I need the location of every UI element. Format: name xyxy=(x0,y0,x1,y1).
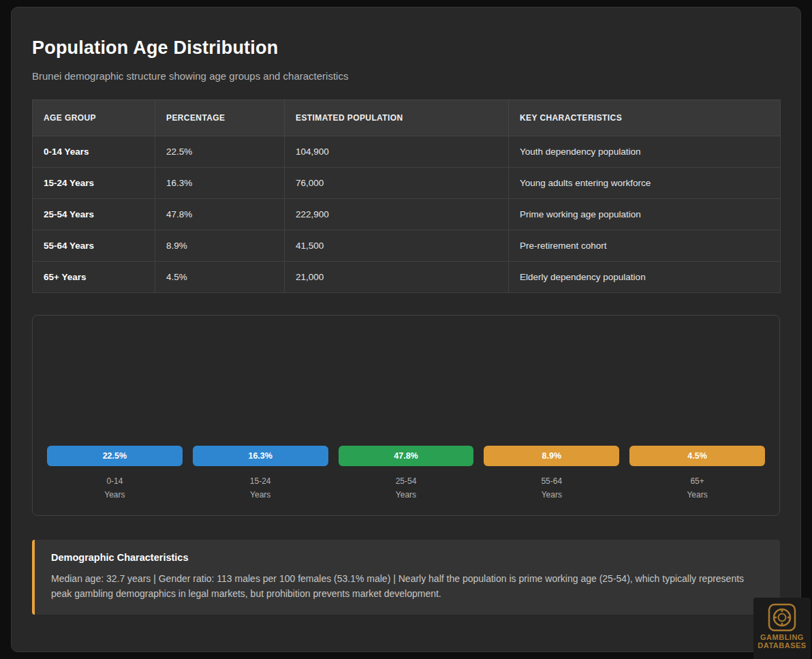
bar-category-label: 25-54 Years xyxy=(339,474,474,502)
chart-bar-group: 8.9% 55-64 Years xyxy=(484,446,619,502)
bar-value-label: 47.8% xyxy=(394,451,418,461)
bar-value-label: 16.3% xyxy=(248,451,272,461)
bar-category-label: 65+ Years xyxy=(629,474,765,502)
chart-bar: 4.5% xyxy=(629,446,765,466)
bar-category-range: 0-14 xyxy=(47,474,183,488)
callout-text: Median age: 32.7 years | Gender ratio: 1… xyxy=(51,571,764,601)
age-distribution-table: AGE GROUP PERCENTAGE ESTIMATED POPULATIO… xyxy=(32,99,781,293)
chart-bar: 8.9% xyxy=(484,446,619,466)
page-title: Population Age Distribution xyxy=(32,37,780,59)
chart-bar: 22.5% xyxy=(47,446,183,466)
cell-population: 104,900 xyxy=(285,136,509,168)
column-header-characteristics: KEY CHARACTERISTICS xyxy=(509,100,781,136)
table-row: 55-64 Years 8.9% 41,500 Pre-retirement c… xyxy=(33,230,781,262)
cell-population: 41,500 xyxy=(285,230,509,262)
chart-bar-group: 22.5% 0-14 Years xyxy=(47,446,183,502)
chart-bar-group: 4.5% 65+ Years xyxy=(629,446,765,502)
cell-percentage: 16.3% xyxy=(155,168,285,199)
gambling-databases-watermark: GAMBLING DATABASES xyxy=(753,598,811,659)
poker-chip-icon xyxy=(767,602,797,632)
watermark-line1: GAMBLING xyxy=(758,633,806,641)
cell-population: 76,000 xyxy=(285,168,509,199)
bar-category-range: 65+ xyxy=(629,474,765,488)
bar-category-unit: Years xyxy=(339,488,474,502)
chart-bar: 47.8% xyxy=(339,446,474,466)
bar-category-range: 55-64 xyxy=(484,474,619,488)
cell-age-group: 55-64 Years xyxy=(33,230,155,262)
chart-bar-group: 47.8% 25-54 Years xyxy=(339,446,474,502)
report-card: Population Age Distribution Brunei demog… xyxy=(11,7,801,652)
bar-category-label: 55-64 Years xyxy=(484,474,619,502)
demographics-callout: Demographic Characteristics Median age: … xyxy=(32,540,780,615)
table-row: 15-24 Years 16.3% 76,000 Young adults en… xyxy=(33,168,781,199)
cell-percentage: 47.8% xyxy=(155,199,285,230)
callout-title: Demographic Characteristics xyxy=(51,552,764,563)
cell-characteristics: Prime working age population xyxy=(509,199,781,230)
cell-age-group: 15-24 Years xyxy=(33,168,155,199)
watermark-line2: DATABASES xyxy=(758,641,806,649)
cell-percentage: 4.5% xyxy=(155,262,285,293)
bar-category-label: 0-14 Years xyxy=(47,474,183,502)
column-header-age-group: AGE GROUP xyxy=(33,100,155,136)
page-subtitle: Brunei demographic structure showing age… xyxy=(32,70,780,82)
table-header-row: AGE GROUP PERCENTAGE ESTIMATED POPULATIO… xyxy=(33,100,781,136)
bar-category-unit: Years xyxy=(193,488,328,502)
table-row: 0-14 Years 22.5% 104,900 Youth dependenc… xyxy=(33,136,781,168)
bar-value-label: 4.5% xyxy=(687,451,707,461)
cell-percentage: 8.9% xyxy=(155,230,285,262)
bar-category-unit: Years xyxy=(47,488,183,502)
column-header-population: ESTIMATED POPULATION xyxy=(285,100,509,136)
cell-population: 21,000 xyxy=(285,262,509,293)
cell-age-group: 65+ Years xyxy=(33,262,155,293)
cell-age-group: 25-54 Years xyxy=(33,199,155,230)
cell-population: 222,900 xyxy=(285,199,509,230)
cell-characteristics: Youth dependency population xyxy=(509,136,781,168)
bar-category-unit: Years xyxy=(484,488,619,502)
bar-category-label: 15-24 Years xyxy=(193,474,328,502)
cell-age-group: 0-14 Years xyxy=(33,136,155,168)
bar-value-label: 8.9% xyxy=(542,451,562,461)
age-distribution-chart: 22.5% 0-14 Years 16.3% 15-24 Years 47. xyxy=(32,315,780,516)
column-header-percentage: PERCENTAGE xyxy=(155,100,285,136)
cell-characteristics: Pre-retirement cohort xyxy=(509,230,781,262)
cell-characteristics: Young adults entering workforce xyxy=(509,168,781,199)
cell-characteristics: Elderly dependency population xyxy=(509,262,781,293)
bar-category-range: 25-54 xyxy=(339,474,474,488)
chart-bar-group: 16.3% 15-24 Years xyxy=(193,446,328,502)
bar-value-label: 22.5% xyxy=(103,451,127,461)
table-row: 25-54 Years 47.8% 222,900 Prime working … xyxy=(33,199,781,230)
table-row: 65+ Years 4.5% 21,000 Elderly dependency… xyxy=(33,262,781,293)
chart-bar: 16.3% xyxy=(193,446,328,466)
watermark-text: GAMBLING DATABASES xyxy=(758,633,806,649)
cell-percentage: 22.5% xyxy=(155,136,285,168)
bar-category-unit: Years xyxy=(629,488,765,502)
chart-bars-row: 22.5% 0-14 Years 16.3% 15-24 Years 47. xyxy=(47,446,765,502)
bar-category-range: 15-24 xyxy=(193,474,328,488)
